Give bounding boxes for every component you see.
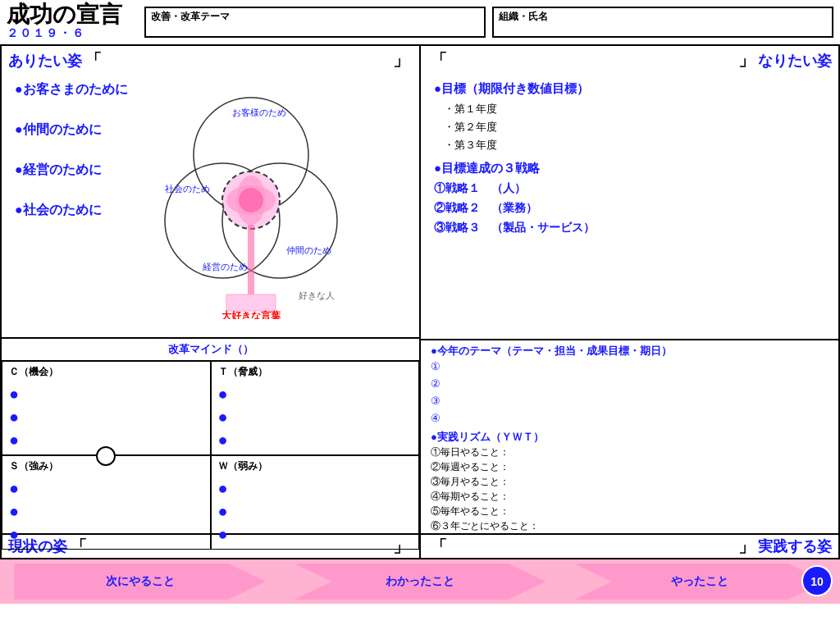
logo: 10 (801, 564, 833, 597)
footer-done-label: やったこと (671, 574, 728, 589)
theme-section: ●今年のテーマ（テーマ・担当・成果目標・期日） ① ② ③ ④ (431, 344, 829, 427)
strategy-1: ①戦略１ （人） (434, 181, 825, 196)
swot-w-dots: ●●● (218, 477, 413, 546)
aritai-label: ありたい姿 (8, 51, 82, 71)
aritai-header: ありたい姿 「 」 (2, 46, 419, 75)
aritai-items: ●お客さまのために ●仲間のために ●経営のために ●社会のために (15, 81, 146, 327)
year-1: ・第１年度 (444, 100, 825, 118)
header: 成功の宣言 ２０１９・６ 改善・改革テーマ 組織・氏名 (0, 0, 840, 44)
naritai-bracket-left: 「 (431, 49, 447, 71)
footer: 次にやること わかったこと やったこと 10 (0, 559, 840, 604)
theme-items: ① ② ③ ④ (431, 358, 829, 427)
rhythm-6: ⑥３年ごとにやること： (431, 518, 829, 533)
footer-done-wrapper: やったこと (560, 559, 840, 604)
naritai-label: なりたい姿 (758, 51, 832, 71)
main-area: ありたい姿 「 」 ●お客さまのために ●仲間のために ●経営のために ●社会の… (0, 44, 840, 559)
svg-rect-8 (226, 294, 276, 311)
aritai-item-0: ●お客さまのために (15, 81, 146, 98)
year-3: ・第３年度 (444, 136, 825, 154)
swot-s-cell: Ｓ（強み） ●●● (2, 455, 211, 550)
jissen-bracket-right: 」 (738, 536, 755, 558)
theme-rhythm-section: ●今年のテーマ（テーマ・担当・成果目標・期日） ① ② ③ ④ ●実践リズム（Ｙ… (421, 340, 838, 533)
aritai-item-2: ●経営のために (15, 162, 146, 179)
mokuhyo-title: ●目標（期限付き数値目標） (434, 81, 825, 97)
swot-t-cell: Ｔ（脅威） ●●● (211, 361, 420, 455)
jissen-bracket-left: 「 (431, 536, 447, 558)
aritai-bracket-right: 」 (393, 49, 409, 71)
reform-theme-label: 改善・改革テーマ (151, 10, 230, 24)
swot-s-dots: ●●● (9, 477, 203, 546)
swot-section: 改革マインド（） Ｃ（機会） ●●● Ｔ（脅威） ●●● Ｓ（強み） (2, 339, 419, 533)
rhythm-5: ⑤毎年やること： (431, 504, 829, 518)
naritai-bracket-right: 」 (738, 49, 755, 71)
subtitle: ２０１９・６ (7, 26, 138, 41)
org-name-label: 組織・氏名 (499, 10, 548, 24)
naritai-header: 「 」 なりたい姿 (421, 46, 838, 75)
reform-theme-field[interactable]: 改善・改革テーマ (144, 7, 486, 38)
svg-text:好きな人: 好きな人 (299, 290, 335, 300)
swot-t-label: Ｔ（脅威） (218, 365, 413, 379)
venn-svg: お客様のため 社会のため 経営のため 仲間のため 好きな人 大好きな言葉 (136, 73, 366, 319)
theme-title: ●今年のテーマ（テーマ・担当・成果目標・期日） (431, 344, 829, 358)
rhythm-4: ④毎期やること： (431, 489, 829, 504)
swot-grid: Ｃ（機会） ●●● Ｔ（脅威） ●●● Ｓ（強み） ●●● Ｗ（弱み） ●● (2, 361, 419, 533)
rhythm-items: ①毎日やること： ②毎週やること： ③毎月やること： ④毎期やること： ⑤毎年や… (431, 445, 829, 533)
main-title: 成功の宣言 (7, 3, 138, 26)
year-2: ・第２年度 (444, 118, 825, 136)
footer-next-label: 次にやること (106, 574, 175, 589)
rhythm-2: ②毎週やること： (431, 459, 829, 474)
venn-diagram: お客様のため 社会のため 経営のため 仲間のため 好きな人 大好きな言葉 (153, 81, 406, 327)
jissen-label: 実践する姿 (758, 536, 832, 556)
mokuhyo-years: ・第１年度 ・第２年度 ・第３年度 (444, 100, 825, 154)
footer-next-wrapper: 次にやること (0, 559, 280, 604)
aritai-item-3: ●社会のために (15, 202, 146, 219)
strategy-2: ②戦略２ （業務） (434, 201, 825, 216)
theme-item-4: ④ (431, 410, 829, 427)
aritai-content: ●お客さまのために ●仲間のために ●経営のために ●社会のために (2, 75, 419, 334)
footer-learned-wrapper: わかったこと (280, 559, 559, 604)
aritai-section: ありたい姿 「 」 ●お客さまのために ●仲間のために ●経営のために ●社会の… (2, 46, 419, 339)
aritai-item-1: ●仲間のために (15, 121, 146, 139)
org-name-field[interactable]: 組織・氏名 (492, 7, 833, 38)
strategy-title: ●目標達成の３戦略 (434, 161, 825, 176)
rhythm-title: ●実践リズム（ＹＷＴ） (431, 430, 829, 445)
swot-header: 改革マインド（） (2, 339, 419, 361)
rhythm-3: ③毎月やること： (431, 474, 829, 489)
swot-w-label: Ｗ（弱み） (218, 459, 413, 473)
svg-text:仲間のため: 仲間のため (286, 245, 331, 255)
theme-item-3: ③ (431, 393, 829, 410)
right-panel: 「 」 なりたい姿 ●目標（期限付き数値目標） ・第１年度 ・第２年度 ・第３年… (420, 44, 840, 559)
left-panel: ありたい姿 「 」 ●お客さまのために ●仲間のために ●経営のために ●社会の… (0, 44, 420, 559)
rhythm-section: ●実践リズム（ＹＷＴ） ①毎日やること： ②毎週やること： ③毎月やること： ④… (431, 430, 829, 533)
svg-text:経営のため: 経営のため (202, 262, 248, 272)
swot-header-text: 改革マインド（） (168, 343, 253, 355)
svg-text:10: 10 (810, 575, 824, 588)
footer-learned-label: わかったこと (386, 574, 454, 589)
svg-point-6 (239, 188, 263, 212)
naritai-content: ●目標（期限付き数値目標） ・第１年度 ・第２年度 ・第３年度 ●目標達成の３戦… (421, 75, 838, 247)
header-fields: 改善・改革テーマ 組織・氏名 (144, 3, 833, 41)
swot-t-dots: ●●● (218, 382, 413, 451)
naritai-section: 「 」 なりたい姿 ●目標（期限付き数値目標） ・第１年度 ・第２年度 ・第３年… (421, 46, 838, 340)
svg-text:社会のため: 社会のため (165, 184, 210, 194)
jissen-header: 「 」 実践する姿 (421, 533, 838, 558)
title-block: 成功の宣言 ２０１９・６ (7, 3, 138, 41)
svg-text:大好きな言葉: 大好きな言葉 (221, 310, 281, 319)
rhythm-1: ①毎日やること： (431, 445, 829, 459)
theme-item-2: ② (431, 376, 829, 393)
svg-text:お客様のため: お客様のため (232, 107, 286, 117)
strategy-section: ●目標達成の３戦略 ①戦略１ （人） ②戦略２ （業務） ③戦略３ （製品・サー… (434, 161, 825, 235)
strategy-3: ③戦略３ （製品・サービス） (434, 221, 825, 235)
theme-item-1: ① (431, 358, 829, 376)
swot-w-cell: Ｗ（弱み） ●●● (211, 455, 420, 550)
swot-c-label: Ｃ（機会） (9, 365, 203, 379)
swot-c-cell: Ｃ（機会） ●●● (2, 361, 211, 455)
swot-c-dots: ●●● (9, 382, 203, 451)
swot-divider-circle (96, 446, 116, 466)
aritai-bracket-left: 「 (85, 49, 102, 71)
